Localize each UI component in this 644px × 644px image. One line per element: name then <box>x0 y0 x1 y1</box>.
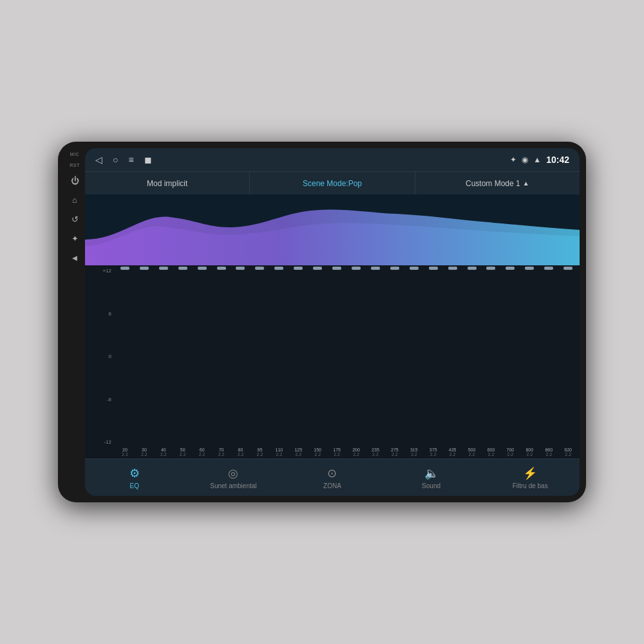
tab-sunet-ambiental[interactable]: ◎ Sunet ambiental <box>184 459 283 496</box>
freq-fc-860: 860 <box>545 448 553 452</box>
freq-fc-800: 800 <box>526 448 533 452</box>
freq-q-920: 2.2 <box>565 452 571 457</box>
slider-thumb-700[interactable] <box>506 267 515 270</box>
freq-fc-600: 600 <box>488 448 495 452</box>
star-button[interactable]: ✦ <box>68 232 81 245</box>
freq-q-600: 2.2 <box>488 452 495 457</box>
slider-thumb-375[interactable] <box>429 267 438 270</box>
freq-fc-920: 920 <box>564 448 572 452</box>
tab-filtru-label: Filtru de bas <box>513 482 548 489</box>
freq-label-col-315: 3152.2 <box>405 448 423 457</box>
mode-bar: Mod implicit Scene Mode:Pop Custom Mode … <box>85 171 580 194</box>
freq-label-col-20: 202.2 <box>116 448 134 457</box>
freq-label-col-800: 8002.2 <box>520 448 538 457</box>
sliders-container <box>113 265 580 268</box>
tab-zona[interactable]: ⊙ ZONA <box>283 459 382 496</box>
slider-thumb-60[interactable] <box>198 267 207 270</box>
mode-scene-label: Scene Mode:Pop <box>303 179 362 188</box>
freq-label-col-375: 3752.2 <box>424 448 442 457</box>
slider-thumb-40[interactable] <box>159 267 168 270</box>
slider-thumb-860[interactable] <box>544 267 553 270</box>
zona-icon: ⊙ <box>327 466 337 480</box>
freq-label-col-700: 7002.2 <box>501 448 519 457</box>
freq-fc-200: 200 <box>352 448 360 452</box>
freq-fc-20: 20 <box>122 448 128 452</box>
slider-thumb-110[interactable] <box>274 267 283 270</box>
eq-icon: ⚙ <box>129 466 140 480</box>
tab-filtru-de-bas[interactable]: ⚡ Filtru de bas <box>480 459 580 496</box>
freq-fc-110: 110 <box>275 448 283 452</box>
freq-fc-40: 40 <box>161 448 166 452</box>
freq-q-30: 2.2 <box>141 452 147 457</box>
recent-nav-icon[interactable]: ◼ <box>144 155 152 165</box>
eq-sliders-area: +12 6 0 -6 -12 <box>85 265 580 448</box>
slider-thumb-500[interactable] <box>468 267 477 270</box>
slider-thumb-20[interactable] <box>120 267 129 270</box>
slider-thumb-800[interactable] <box>525 267 534 270</box>
freq-q-275: 2.2 <box>392 452 398 457</box>
freq-q-125: 2.2 <box>295 452 301 457</box>
freq-q-20: 2.2 <box>122 452 128 457</box>
freq-labels-row: 202.2302.2402.2502.2602.2702.2802.2952.2… <box>85 448 580 459</box>
scale-labels: +12 6 0 -6 -12 <box>99 265 113 448</box>
slider-thumb-70[interactable] <box>217 267 226 270</box>
tab-sound[interactable]: 🔈 Sound <box>382 459 481 496</box>
location-icon: ◉ <box>522 155 528 164</box>
freq-label-col-275: 2752.2 <box>386 448 404 457</box>
power-button[interactable]: ⏻ <box>68 174 81 187</box>
freq-q-40: 2.2 <box>160 452 167 457</box>
back-nav-icon[interactable]: ◁ <box>95 155 102 165</box>
tab-eq-label: EQ <box>130 482 139 489</box>
freq-q-860: 2.2 <box>545 452 552 457</box>
tab-sound-label: Sound <box>422 482 440 489</box>
slider-thumb-150[interactable] <box>313 267 322 270</box>
freq-label-col-600: 6002.2 <box>482 448 500 457</box>
tab-eq[interactable]: ⚙ EQ <box>85 459 184 496</box>
slider-thumb-30[interactable] <box>140 267 149 270</box>
slider-thumb-235[interactable] <box>371 267 380 270</box>
tab-sunet-label: Sunet ambiental <box>210 482 256 489</box>
sunet-icon: ◎ <box>228 466 238 480</box>
slider-thumb-175[interactable] <box>332 267 341 270</box>
eq-scale-container: +12 6 0 -6 -12 <box>85 265 580 448</box>
slider-thumb-435[interactable] <box>448 267 457 270</box>
freq-q-435: 2.2 <box>450 452 456 457</box>
eq-visualization <box>85 194 580 265</box>
freq-fc-70: 70 <box>219 448 224 452</box>
scale-plus12: +12 <box>99 268 113 274</box>
freq-fc-700: 700 <box>507 448 515 452</box>
mode-scene[interactable]: Scene Mode:Pop <box>250 172 415 194</box>
freq-label-col-200: 2002.2 <box>347 448 365 457</box>
slider-thumb-125[interactable] <box>294 267 303 270</box>
sound-icon: 🔈 <box>424 466 439 480</box>
scale-minus6: -6 <box>99 397 113 402</box>
menu-nav-icon[interactable]: ≡ <box>128 155 133 165</box>
slider-thumb-315[interactable] <box>410 267 419 270</box>
freq-fc-315: 315 <box>410 448 418 452</box>
freq-q-95: 2.2 <box>257 452 263 457</box>
screen: ◁ ○ ≡ ◼ ✦ ◉ ▲ 10:42 Mod implicit Scene M… <box>85 148 580 496</box>
freq-q-800: 2.2 <box>526 452 533 457</box>
home-side-button[interactable]: ⌂ <box>68 193 81 206</box>
slider-thumb-80[interactable] <box>236 267 245 270</box>
freq-label-col-80: 802.2 <box>232 448 250 457</box>
freq-fc-60: 60 <box>200 448 205 452</box>
left-button[interactable]: ◄ <box>68 251 81 264</box>
freq-q-200: 2.2 <box>353 452 359 457</box>
freq-label-col-60: 602.2 <box>193 448 211 457</box>
freq-q-175: 2.2 <box>334 452 340 457</box>
slider-thumb-920[interactable] <box>564 267 573 270</box>
scale-6: 6 <box>99 311 113 317</box>
mode-implicit[interactable]: Mod implicit <box>85 172 250 194</box>
slider-thumb-50[interactable] <box>178 267 187 270</box>
bottom-nav: ⚙ EQ ◎ Sunet ambiental ⊙ ZONA 🔈 Sound ⚡ … <box>85 459 580 496</box>
slider-thumb-600[interactable] <box>486 267 495 270</box>
freq-label-col-125: 1252.2 <box>289 448 307 457</box>
slider-thumb-275[interactable] <box>390 267 399 270</box>
slider-thumb-95[interactable] <box>255 267 264 270</box>
back-side-button[interactable]: ↺ <box>68 213 81 225</box>
mode-custom[interactable]: Custom Mode 1 ▲ <box>415 172 580 194</box>
home-nav-icon[interactable]: ○ <box>113 155 118 165</box>
slider-thumb-200[interactable] <box>352 267 361 270</box>
mode-custom-arrow: ▲ <box>523 180 529 187</box>
